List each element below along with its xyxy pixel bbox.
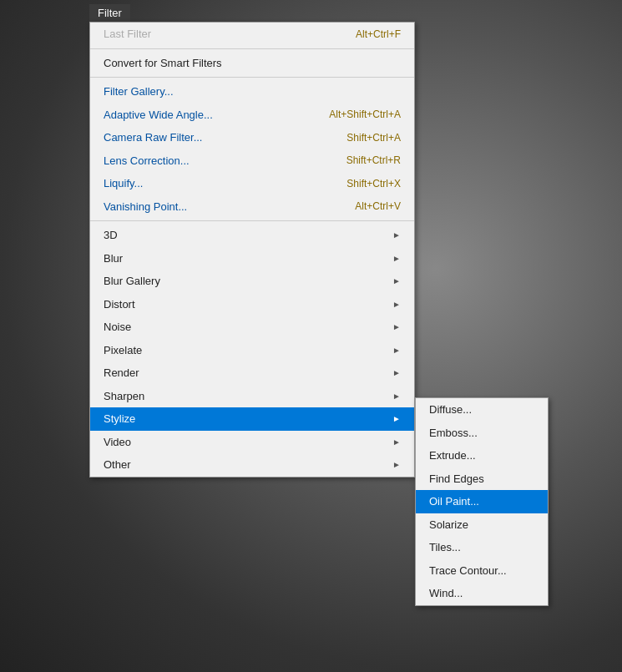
menu-item-label: Last Filter <box>104 26 151 43</box>
shortcut: Shift+Ctrl+R <box>346 153 401 168</box>
shortcut: Shift+Ctrl+A <box>346 130 401 145</box>
menu-item-video[interactable]: Video ► <box>90 431 414 454</box>
submenu-arrow-icon: ► <box>376 298 401 311</box>
menu-item-vanishing-point[interactable]: Vanishing Point... Alt+Ctrl+V <box>90 195 414 219</box>
submenu-arrow-icon: ► <box>376 390 401 402</box>
submenu-arrow-icon: ► <box>376 366 401 379</box>
menu-item-label: Lens Correction... <box>104 153 190 169</box>
menu-item-label: Video <box>104 434 131 451</box>
submenu-item-label: Trace Contour... <box>429 563 507 579</box>
submenu-item-tiles[interactable]: Tiles... <box>416 536 548 559</box>
menu-item-label: Convert for Smart Filters <box>104 55 222 72</box>
menu-item-label: Liquify... <box>104 175 143 192</box>
menu-item-label: Camera Raw Filter... <box>104 129 202 146</box>
filter-menu-button[interactable]: Filter <box>89 4 130 22</box>
submenu-item-label: Oil Paint... <box>429 493 479 510</box>
filter-dropdown: Last Filter Alt+Ctrl+F Convert for Smart… <box>89 22 415 477</box>
menu-item-noise[interactable]: Noise ► <box>90 316 414 339</box>
menu-item-liquify[interactable]: Liquify... Shift+Ctrl+X <box>90 172 414 195</box>
menu-item-pixelate[interactable]: Pixelate ► <box>90 339 414 362</box>
submenu-item-label: Wind... <box>429 585 463 602</box>
submenu-item-label: Extrude... <box>429 447 476 464</box>
menu-item-label: Blur Gallery <box>104 273 160 290</box>
menu-item-label: Distort <box>104 296 135 313</box>
submenu-arrow-icon: ► <box>376 229 401 241</box>
menu-item-label: Adaptive Wide Angle... <box>104 107 213 124</box>
shortcut: Alt+Ctrl+F <box>356 27 401 42</box>
submenu-item-diffuse[interactable]: Diffuse... <box>416 398 548 422</box>
menu-item-label: Filter Gallery... <box>104 83 174 100</box>
shortcut: Shift+Ctrl+X <box>346 176 401 191</box>
submenu-item-emboss[interactable]: Emboss... <box>416 422 548 445</box>
menu-item-last-filter[interactable]: Last Filter Alt+Ctrl+F <box>90 23 414 46</box>
menu-item-sharpen[interactable]: Sharpen ► <box>90 385 414 408</box>
menu-item-label: 3D <box>104 227 118 244</box>
menu-item-camera-raw[interactable]: Camera Raw Filter... Shift+Ctrl+A <box>90 126 414 149</box>
menu-item-convert-smart[interactable]: Convert for Smart Filters <box>90 52 414 75</box>
submenu-arrow-icon: ► <box>376 321 401 333</box>
submenu-arrow-icon: ► <box>376 458 401 471</box>
menu-item-label: Pixelate <box>104 342 142 359</box>
menu-item-other[interactable]: Other ► <box>90 453 414 477</box>
menu-item-label: Noise <box>104 319 131 336</box>
menu-item-distort[interactable]: Distort ► <box>90 293 414 316</box>
separator <box>90 220 414 221</box>
separator <box>90 77 414 78</box>
shortcut: Alt+Shift+Ctrl+A <box>329 107 401 122</box>
submenu-arrow-icon: ► <box>376 344 401 356</box>
menu-item-label: Other <box>104 457 131 473</box>
submenu-item-trace-contour[interactable]: Trace Contour... <box>416 559 548 583</box>
stylize-submenu: Diffuse... Emboss... Extrude... Find Edg… <box>415 397 549 606</box>
submenu-arrow-icon: ► <box>376 252 401 265</box>
submenu-item-label: Tiles... <box>429 539 461 556</box>
menu-item-adaptive-wide[interactable]: Adaptive Wide Angle... Alt+Shift+Ctrl+A <box>90 104 414 127</box>
menu-item-lens-correction[interactable]: Lens Correction... Shift+Ctrl+R <box>90 149 414 173</box>
menu-item-stylize[interactable]: Stylize ► <box>90 407 414 431</box>
menu-item-label: Vanishing Point... <box>104 199 187 215</box>
submenu-item-label: Diffuse... <box>429 402 472 418</box>
submenu-item-solarize[interactable]: Solarize <box>416 513 548 537</box>
shortcut: Alt+Ctrl+V <box>355 199 401 214</box>
submenu-item-extrude[interactable]: Extrude... <box>416 444 548 467</box>
submenu-item-label: Find Edges <box>429 471 484 488</box>
menu-item-render[interactable]: Render ► <box>90 361 414 385</box>
menu-item-blur[interactable]: Blur ► <box>90 247 414 270</box>
menu-item-blur-gallery[interactable]: Blur Gallery ► <box>90 270 414 293</box>
menu-item-filter-gallery[interactable]: Filter Gallery... <box>90 80 414 104</box>
separator <box>90 48 414 49</box>
menu-item-label: Blur <box>104 250 123 267</box>
submenu-item-wind[interactable]: Wind... <box>416 582 548 605</box>
filter-menu-wrapper: Filter Last Filter Alt+Ctrl+F Convert fo… <box>89 4 415 477</box>
submenu-item-oil-paint[interactable]: Oil Paint... <box>416 490 548 513</box>
menu-item-label: Sharpen <box>104 388 144 405</box>
submenu-item-find-edges[interactable]: Find Edges <box>416 467 548 491</box>
submenu-item-label: Emboss... <box>429 425 478 442</box>
menu-item-label: Stylize <box>104 411 135 427</box>
menu-item-label: Render <box>104 365 139 381</box>
menu-item-3d[interactable]: 3D ► <box>90 224 414 247</box>
submenu-arrow-icon: ► <box>376 436 401 448</box>
submenu-arrow-icon: ► <box>376 275 401 287</box>
submenu-item-label: Solarize <box>429 517 468 533</box>
submenu-arrow-icon: ► <box>376 412 401 425</box>
